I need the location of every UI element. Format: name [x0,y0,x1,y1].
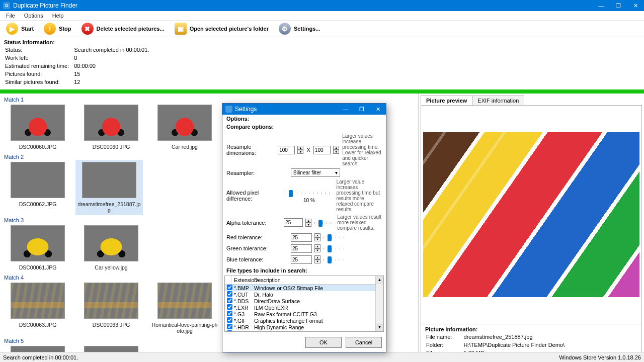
chevron-down-icon: ▾ [335,170,338,175]
tab-exif[interactable]: EXIF information [472,96,524,105]
thumbnail[interactable]: DSC00060.JPG [4,105,71,150]
thumbnail-image [11,162,65,198]
toolbar: ▶Start !Stop ✖Delete selected pictures..… [0,21,644,37]
spinner[interactable]: ▲▼ [314,244,320,252]
dialog-maximize-button[interactable]: ❐ [354,104,370,115]
green-slider[interactable] [324,244,346,253]
thumbnail[interactable]: DSC00063.JPG [77,283,145,334]
status-key: Work left: [5,54,73,61]
thumbnail[interactable]: DSC00061.JPG [4,225,71,270]
resample-width-input[interactable]: 100 [278,146,295,154]
resampler-dropdown[interactable]: Bilinear filter▾ [291,168,340,177]
open-folder-button[interactable]: ▣Open selected picture's folder [171,22,273,36]
thumbnail[interactable]: Car red.jpg [151,105,218,150]
filetype-ext: *.EXR [232,305,252,311]
delete-label: Delete selected pictures... [97,26,165,32]
tol-hint: Larger values result more relaxed compar… [337,214,382,231]
filetype-row[interactable]: *.HDRHigh Dynamic Range [225,324,383,330]
start-button[interactable]: ▶Start [2,22,38,36]
thumbnail-caption: DSC00060.JPG [77,144,145,150]
menu-file[interactable]: File [2,12,19,20]
pixel-difference-slider[interactable] [285,189,333,198]
filetype-row[interactable]: *.IFFAmiga IFF [225,330,383,332]
cancel-button[interactable]: Cancel [346,337,382,348]
thumbnail[interactable]: Romantical-love-painting-photo.jpg [151,283,218,334]
picture-info-header: Picture Information: [425,326,478,332]
status-key: Pictures found: [5,70,73,77]
progress-bar [0,89,644,94]
pixdiff-hint: Larger value increases processing time b… [336,179,382,212]
minimize-button[interactable]: — [593,0,610,11]
filetype-row[interactable]: *.G3Raw Fax format CCITT G3 [225,311,383,317]
tab-picture-preview[interactable]: Picture preview [421,96,472,105]
scroll-down-icon[interactable]: ▼ [376,323,383,331]
spinner[interactable]: ▲▼ [314,233,320,241]
thumbnail-caption: DSC00061.JPG [4,264,71,270]
dialog-close-button[interactable]: ✕ [370,104,386,115]
dialog-titlebar[interactable]: Settings — ❐ ✕ [222,104,386,115]
alpha-label: Alpha tolerance: [226,220,281,226]
filetypes-scrollbar[interactable]: ▲▼ [375,276,383,331]
blue-input[interactable]: 25 [291,255,312,264]
play-icon: ▶ [6,23,18,35]
filetype-row[interactable]: *.CUTDr. Halo [225,291,383,298]
filetype-desc: ILM OpenEXR [252,305,290,311]
filetype-ext: *.GIF [232,318,252,324]
close-button[interactable]: ✕ [627,0,644,11]
thumbnail-image [11,283,65,319]
filetype-row[interactable]: *.EXRILM OpenEXR [225,304,383,311]
thumbnail-image [84,225,138,261]
filetype-row[interactable]: *.GIFGraphics Interchange Format [225,317,383,324]
blue-slider[interactable] [324,255,346,264]
spinner[interactable]: ▲▼ [314,255,320,263]
resample-height-input[interactable]: 100 [313,146,331,154]
thumbnail[interactable]: dreamstimefree_251887.jpg [75,160,143,215]
thumbnail-caption: DSC00063.JPG [4,322,71,328]
status-key: Similar pictures found: [5,78,73,85]
col-description[interactable]: Description [252,276,283,284]
ok-button[interactable]: OK [305,337,342,348]
red-slider[interactable] [324,233,346,242]
settings-button[interactable]: ⚙Settings... [275,22,325,36]
filetype-desc: Amiga IFF [252,331,280,332]
thumbnail[interactable]: Car yellow.jpg [77,225,145,270]
thumbnail-caption: Car red.jpg [151,144,218,150]
thumbnail[interactable]: DSC00063.JPG [4,283,71,334]
thumbnail-image [84,283,138,319]
thumbnail[interactable]: DSC00060.JPG [77,105,145,150]
maximize-button[interactable]: ❐ [610,0,627,11]
thumbnail-caption: dreamstimefree_251887.jpg [77,201,141,213]
stop-label: Stop [59,26,71,32]
thumbnail-caption: Romantical-love-painting-photo.jpg [151,322,218,334]
status-key: Status: [5,46,73,53]
stop-button[interactable]: !Stop [40,22,75,36]
menu-options[interactable]: Options [20,12,47,20]
filetype-desc: DirectDraw Surface [252,298,302,304]
red-label: Red tolerance: [226,234,288,240]
dialog-minimize-button[interactable]: — [338,104,354,115]
open-folder-label: Open selected picture's folder [190,26,269,32]
thumbnail-image [84,105,138,141]
statusbar-message: Search completed in 00:00:01. [3,354,78,360]
red-input[interactable]: 25 [291,233,312,242]
filetype-row[interactable]: *.BMPWindows or OS/2 Bitmap File [225,285,383,291]
green-input[interactable]: 25 [291,244,312,253]
col-extension[interactable]: Extension [232,276,252,284]
thumbnail[interactable]: DSC00062.JPG [4,162,71,213]
spinner[interactable]: ▲▼ [305,219,311,227]
menu-help[interactable]: Help [48,12,68,20]
filetype-desc: High Dynamic Range [252,324,306,330]
filetype-row[interactable]: *.DDSDirectDraw Surface [225,298,383,304]
spinner[interactable]: ▲▼ [297,146,303,154]
delete-button[interactable]: ✖Delete selected pictures... [77,22,169,36]
alpha-input[interactable]: 25 [284,218,303,227]
status-header: Status information: [4,39,55,45]
filetypes-table[interactable]: ExtensionDescription *.BMPWindows or OS/… [224,276,384,332]
dim-hint: Larger values increase processing time. … [342,133,382,166]
alpha-slider[interactable] [314,218,334,227]
status-info: Status information: Status:Search comple… [0,37,644,89]
thumbnail-image [157,283,212,319]
scroll-up-icon[interactable]: ▲ [376,276,383,284]
spinner[interactable]: ▲▼ [333,146,339,154]
menu-bar: File Options Help [0,11,644,21]
